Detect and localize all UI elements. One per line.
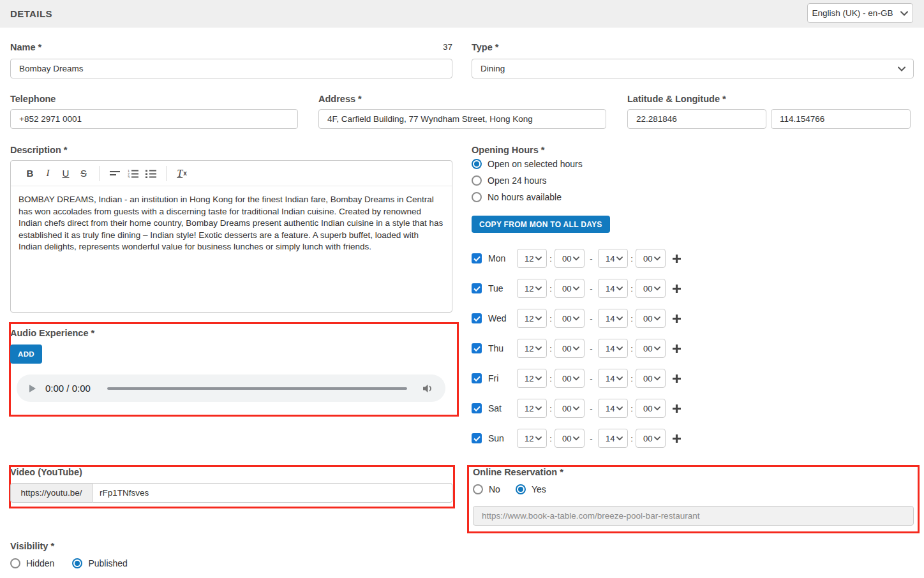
opening-hours-option-open-24-hours[interactable]: Open 24 hours [472,175,583,186]
audio-add-button[interactable]: ADD [10,345,42,364]
details-page: DETAILS English (UK) - en-GB Name* 37 Bo… [0,0,924,578]
to-hour-select[interactable]: 14 [598,339,628,358]
name-input[interactable]: Bombay Dreams [10,59,452,78]
from-minute-select[interactable]: 00 [555,279,585,298]
radio-icon[interactable] [472,159,482,169]
reservation-option-no[interactable]: No [473,484,500,494]
add-hours-button[interactable] [672,434,682,443]
audio-seek-bar[interactable] [107,387,407,390]
to-hour-select[interactable]: 14 [598,429,628,448]
radio-icon[interactable] [472,192,482,202]
chevron-down-icon [616,376,623,381]
audio-player[interactable]: 0:00 / 0:00 [17,374,445,402]
from-minute-select[interactable]: 00 [555,339,585,358]
add-hours-button[interactable] [672,404,682,413]
from-minute-select[interactable]: 00 [555,399,585,418]
from-minute-select[interactable]: 00 [555,429,585,448]
select-value: 00 [643,374,652,383]
time-colon: : [628,254,636,263]
radio-icon[interactable] [516,484,526,494]
day-checkbox[interactable] [472,283,482,293]
add-hours-button[interactable] [672,344,682,353]
from-minute-select[interactable]: 00 [555,369,585,388]
to-minute-select[interactable]: 00 [636,249,666,268]
to-hour-select[interactable]: 14 [598,309,628,328]
day-checkbox[interactable] [472,253,482,263]
to-minute-select[interactable]: 00 [636,369,666,388]
play-icon[interactable] [28,384,36,393]
from-hour-select[interactable]: 12 [517,279,547,298]
language-select[interactable]: English (UK) - en-GB [807,3,913,23]
chevron-down-icon [654,316,660,321]
from-hour-select[interactable]: 12 [517,249,547,268]
to-minute-select[interactable]: 00 [636,339,666,358]
radio-icon[interactable] [473,484,483,494]
to-minute-select[interactable]: 00 [636,429,666,448]
add-hours-button[interactable] [672,284,682,293]
visibility-option-published[interactable]: Published [72,558,128,568]
to-hour-select[interactable]: 14 [598,399,628,418]
reservation-url-input[interactable]: https://www.book-a-table.com/breeze-pool… [473,506,914,526]
chevron-down-icon [535,256,542,261]
description-text[interactable]: BOMBAY DREAMS, Indian - an institution i… [11,186,452,261]
add-hours-button[interactable] [672,374,682,383]
bullet-list-icon [145,169,156,178]
plus-icon [672,314,682,323]
underline-button[interactable]: U [57,165,75,182]
type-select[interactable]: Dining [472,59,914,78]
to-minute-select[interactable]: 00 [636,399,666,418]
day-checkbox[interactable] [472,403,482,413]
to-hour-select[interactable]: 14 [598,369,628,388]
remove-format-button[interactable]: Tx [173,165,191,182]
italic-button[interactable]: I [39,165,57,182]
chevron-down-icon [573,406,579,411]
from-hour-select[interactable]: 12 [517,399,547,418]
to-minute-select[interactable]: 00 [636,309,666,328]
select-value: 12 [525,254,533,263]
from-hour-select[interactable]: 12 [517,309,547,328]
from-minute-select[interactable]: 00 [555,249,585,268]
latitude-input[interactable]: 22.281846 [627,109,766,129]
radio-icon[interactable] [72,558,82,568]
day-checkbox[interactable] [472,433,482,443]
radio-icon[interactable] [472,175,482,186]
align-button[interactable] [106,165,124,182]
bold-button[interactable]: B [21,165,39,182]
day-checkbox[interactable] [472,313,482,323]
to-hour-select[interactable]: 14 [598,249,628,268]
plus-icon [672,404,682,413]
from-hour-select[interactable]: 12 [517,339,547,358]
plus-icon [672,374,682,383]
reservation-option-yes[interactable]: Yes [516,484,546,494]
visibility-option-hidden[interactable]: Hidden [10,558,54,568]
time-range-dash: - [585,374,598,383]
page-title: DETAILS [10,8,52,19]
to-hour-select[interactable]: 14 [598,279,628,298]
from-hour-select[interactable]: 12 [517,429,547,448]
opening-hours-option-no-hours-available[interactable]: No hours available [472,192,583,202]
radio-icon[interactable] [10,558,20,568]
bullet-list-button[interactable] [142,165,160,182]
chevron-down-icon [535,436,542,441]
chevron-down-icon [616,256,623,261]
day-checkbox[interactable] [472,373,482,383]
add-hours-button[interactable] [672,254,682,263]
from-hour-select[interactable]: 12 [517,369,547,388]
strikethrough-button[interactable]: S [75,165,93,182]
chevron-down-icon [654,256,660,261]
audio-label: Audio Experience* [10,328,94,338]
ordered-list-button[interactable]: 123 [124,165,142,182]
from-minute-select[interactable]: 00 [555,309,585,328]
volume-icon[interactable] [422,384,434,393]
telephone-input[interactable]: +852 2971 0001 [10,109,298,129]
video-id-input[interactable]: rFp1TNfsves [93,483,452,503]
longitude-input[interactable]: 114.154766 [771,109,911,129]
description-editor[interactable]: B I U S 123 Tx BOMBAY DREAMS, Indian - a… [10,160,452,313]
select-value: 14 [606,374,615,383]
to-minute-select[interactable]: 00 [636,279,666,298]
copy-from-mon-button[interactable]: COPY FROM MON TO ALL DAYS [472,216,610,233]
day-checkbox[interactable] [472,343,482,353]
opening-hours-option-open-on-selected-hours[interactable]: Open on selected hours [472,159,583,169]
address-input[interactable]: 4F, Carfield Building, 77 Wyndham Street… [318,109,606,129]
add-hours-button[interactable] [672,314,682,323]
